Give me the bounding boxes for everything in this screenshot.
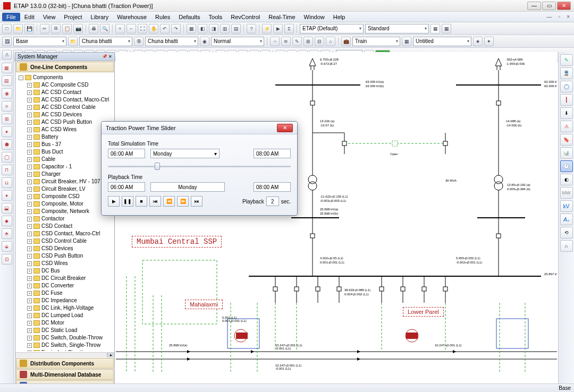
combo-base[interactable]: Base	[13, 37, 66, 46]
ls-4-icon[interactable]: ≡	[2, 101, 12, 112]
expand-icon[interactable]: +	[27, 150, 32, 155]
combo-chuna2[interactable]: Chuna bhatti	[145, 37, 198, 46]
expand-icon[interactable]: +	[27, 328, 32, 333]
label-lower-parel[interactable]: Lower Parel	[403, 307, 444, 317]
close-button[interactable]: ✕	[557, 2, 571, 10]
expand-icon[interactable]: +	[27, 284, 32, 288]
tree-item[interactable]: +Equivalent Circuit	[16, 349, 113, 351]
expand-icon[interactable]: +	[27, 202, 32, 207]
expand-icon[interactable]: +	[27, 224, 32, 229]
expand-icon[interactable]: +	[27, 120, 32, 125]
ls-15-icon[interactable]: ⬙	[2, 241, 12, 252]
expand-icon[interactable]: +	[27, 90, 32, 95]
expand-icon[interactable]: +	[27, 113, 32, 117]
rs-clock-icon[interactable]: 🕐	[560, 160, 573, 172]
combo-etap[interactable]: ETAP (Default)	[300, 24, 364, 33]
tree-item[interactable]: +DC Static Load	[16, 327, 113, 334]
rs-tag-icon[interactable]: 🔖	[560, 134, 573, 146]
ls-3-icon[interactable]: ◉	[2, 88, 12, 99]
expand-icon[interactable]: +	[27, 187, 32, 192]
ls-10-icon[interactable]: ⊔	[2, 177, 12, 188]
expand-icon[interactable]: +	[27, 98, 32, 103]
rs-gauge-icon[interactable]: ◐	[560, 174, 573, 185]
ls-1-icon[interactable]: ▦	[2, 63, 12, 73]
tree-item[interactable]: +Battery	[16, 133, 113, 141]
ls-13-icon[interactable]: ◆	[2, 216, 12, 226]
expand-icon[interactable]: +	[27, 261, 32, 266]
expand-icon[interactable]: +	[27, 291, 32, 296]
expand-icon[interactable]: +	[27, 157, 32, 162]
cfg1-icon[interactable]: ▦	[187, 24, 196, 33]
ls-11-icon[interactable]: ♦	[2, 190, 12, 201]
cfg2-icon[interactable]: ◧	[198, 24, 207, 33]
expand-icon[interactable]: +	[27, 172, 32, 177]
state-icon[interactable]: ◉	[200, 37, 209, 46]
tree-root[interactable]: − Components	[16, 74, 113, 81]
expand-icon[interactable]: +	[27, 313, 32, 318]
mdi-minimize[interactable]: —	[545, 14, 554, 20]
menu-realtime[interactable]: Real-Time	[264, 13, 299, 21]
combo-untitled[interactable]: Untitled	[413, 37, 471, 46]
expand-icon[interactable]: +	[27, 276, 32, 281]
tree-item[interactable]: +Circuit Breaker, HV - 107	[16, 178, 113, 185]
folder-icon[interactable]: 📁	[68, 37, 78, 46]
tree-item[interactable]: +DC Switch, Double-Throw	[16, 334, 113, 342]
expand-icon[interactable]: +	[27, 180, 32, 184]
t5-icon[interactable]: ⊟	[315, 37, 324, 46]
a1-icon[interactable]: ⚠	[2, 50, 12, 59]
view-icon[interactable]: ▦	[402, 37, 411, 46]
sec-field[interactable]: 2	[266, 197, 279, 206]
tree-item[interactable]: +DC Motor	[16, 319, 113, 327]
rs-kv-label[interactable]: kV	[560, 200, 573, 212]
expand-icon[interactable]: +	[27, 209, 32, 214]
help-icon[interactable]: ?	[247, 24, 256, 33]
tree-item[interactable]: +CSD Contact, Macro-Ctrl	[16, 230, 113, 237]
tree-item[interactable]: +CSD Wires	[16, 260, 113, 267]
panel-oneline-components[interactable]: One-Line Components	[16, 62, 114, 72]
tree-item[interactable]: +Charger	[16, 171, 113, 178]
ls-6-icon[interactable]: ●	[2, 126, 12, 137]
zoom-fit-icon[interactable]: ⛶	[138, 24, 147, 33]
cfg4-icon[interactable]: ▥	[220, 24, 230, 33]
rewind-button[interactable]: ⏮	[149, 196, 161, 207]
pin-icon[interactable]: 📌 ✕	[102, 54, 112, 59]
menu-revcontrol[interactable]: RevControl	[226, 13, 264, 21]
expand-icon[interactable]: +	[27, 165, 32, 169]
day-select[interactable]: Monday▾	[150, 149, 220, 158]
rs-chart-icon[interactable]: 📊	[560, 147, 573, 159]
ls-2-icon[interactable]: ▤	[2, 75, 12, 86]
grid-icon[interactable]: ▦	[442, 24, 451, 33]
pause-button[interactable]: ❚❚	[122, 196, 133, 207]
expand-icon[interactable]: +	[27, 217, 32, 221]
expand-icon[interactable]: +	[27, 269, 32, 274]
label-mahalaxmi[interactable]: Mahalaxmi	[185, 300, 223, 309]
stop-button[interactable]: ■	[136, 196, 147, 207]
tree-item[interactable]: +CSD Control Cable	[16, 237, 113, 245]
mdi-close[interactable]: ×	[564, 14, 572, 20]
tree-item[interactable]: +Capacitor - 1	[16, 163, 113, 171]
fav-icon[interactable]: ★	[473, 37, 483, 46]
zoom-out-icon[interactable]: −	[126, 24, 136, 33]
ls-8-icon[interactable]: ◯	[2, 152, 12, 163]
rs-ref-icon[interactable]: ⟲	[560, 227, 573, 238]
run-icon[interactable]: ▶	[273, 24, 283, 33]
cut-icon[interactable]: ✂	[40, 24, 49, 33]
menu-library[interactable]: Library	[87, 13, 113, 21]
tree-item[interactable]: +Composite, Motor	[16, 200, 113, 208]
menu-window[interactable]: Window	[300, 13, 329, 21]
tree-item[interactable]: +Bus - 37	[16, 141, 113, 148]
step-fwd-button[interactable]: ⏩	[177, 196, 189, 207]
combo-normal[interactable]: Normal	[211, 37, 264, 46]
menu-help[interactable]: Help	[329, 13, 350, 21]
time-slider-dialog[interactable]: Traction Power Time Slider ✕ Total Simul…	[101, 121, 298, 216]
print-icon[interactable]: 🖶	[89, 24, 98, 33]
rs-circle-icon[interactable]: ◯	[560, 81, 573, 92]
expand-icon[interactable]: +	[27, 194, 32, 199]
expand-icon[interactable]: +	[27, 232, 32, 236]
ls-5-icon[interactable]: ⊞	[2, 114, 12, 124]
tree-item[interactable]: +CSD Contact	[16, 223, 113, 230]
tree-item[interactable]: +AC CSD Push Button	[16, 118, 113, 126]
net-icon[interactable]: ⦿	[134, 37, 144, 46]
pb-start-field[interactable]: 06:00 AM	[108, 182, 145, 192]
tree-item[interactable]: +AC CSD Contact, Macro-Ctrl	[16, 96, 113, 104]
